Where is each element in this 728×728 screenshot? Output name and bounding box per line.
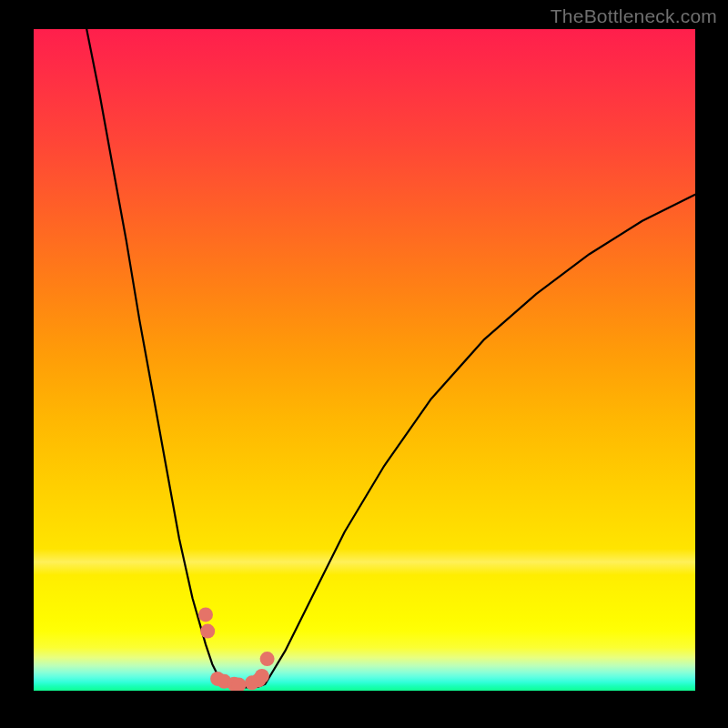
plot-area	[34, 29, 695, 691]
valley-marker	[260, 652, 275, 666]
valley-marker	[255, 669, 269, 683]
outer-frame: TheBottleneck.com	[0, 0, 728, 728]
valley-marker	[200, 624, 215, 639]
curve-layer	[34, 29, 695, 691]
watermark-text: TheBottleneck.com	[551, 5, 717, 27]
bottleneck-curve	[86, 29, 695, 687]
valley-marker	[198, 607, 213, 622]
